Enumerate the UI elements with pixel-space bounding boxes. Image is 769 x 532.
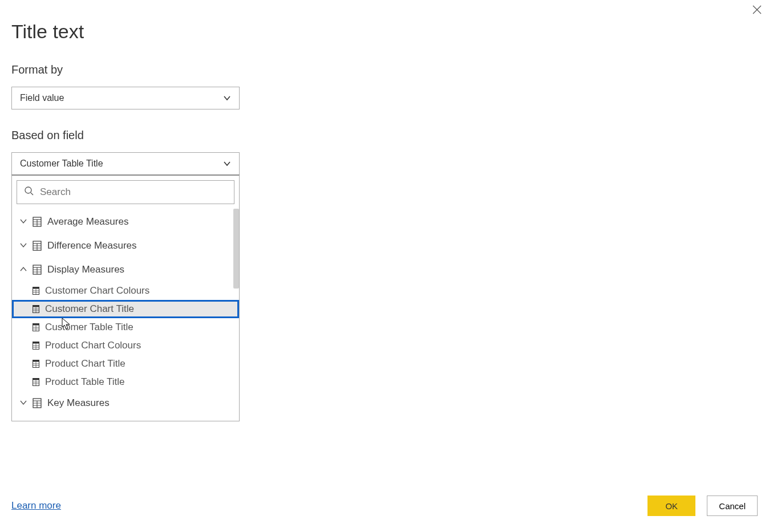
- close-icon: [752, 3, 762, 18]
- field-dropdown-panel: Average Measures Difference Measures Dis…: [11, 174, 240, 421]
- close-button[interactable]: [752, 5, 762, 17]
- scrollbar-thumb[interactable]: [233, 209, 239, 289]
- tree-leaf-label: Customer Chart Colours: [45, 285, 149, 297]
- svg-point-0: [25, 187, 31, 193]
- tree-leaf-product-chart-colours[interactable]: Product Chart Colours: [12, 336, 239, 355]
- search-box[interactable]: [17, 180, 234, 204]
- tree-leaf-product-table-title[interactable]: Product Table Title: [12, 373, 239, 391]
- chevron-down-icon: [20, 241, 27, 251]
- tree-leaf-label: Product Chart Colours: [45, 340, 141, 351]
- tree-group-display-measures[interactable]: Display Measures: [12, 258, 239, 282]
- tree-group-key-measures[interactable]: Key Measures: [12, 391, 239, 415]
- tree-group-label: Key Measures: [47, 397, 110, 409]
- tree-group-label: Difference Measures: [47, 240, 137, 251]
- chevron-down-icon: [20, 217, 27, 227]
- tree-group-difference-measures[interactable]: Difference Measures: [12, 234, 239, 258]
- field-tree: Average Measures Difference Measures Dis…: [12, 209, 239, 421]
- measure-icon: [33, 342, 39, 350]
- table-calc-icon: [33, 398, 42, 408]
- dialog-title: Title text: [11, 21, 758, 43]
- measure-icon: [33, 305, 39, 313]
- tree-leaf-label: Product Chart Title: [45, 358, 126, 369]
- tree-scroll: Average Measures Difference Measures Dis…: [12, 209, 239, 421]
- svg-rect-42: [33, 379, 39, 380]
- search-icon: [24, 186, 34, 198]
- tree-group-average-measures[interactable]: Average Measures: [12, 210, 239, 234]
- table-calc-icon: [33, 265, 42, 275]
- measure-icon: [33, 378, 39, 386]
- dialog-footer: Learn more OK Cancel: [11, 496, 758, 516]
- search-input[interactable]: [40, 186, 227, 198]
- tree-leaf-label: Product Table Title: [45, 376, 125, 388]
- svg-rect-37: [33, 360, 39, 362]
- tree-leaf-customer-chart-colours[interactable]: Customer Chart Colours: [12, 282, 239, 300]
- svg-rect-27: [33, 324, 39, 326]
- cancel-button[interactable]: Cancel: [707, 496, 758, 516]
- tree-leaf-label: Customer Chart Title: [45, 303, 134, 315]
- based-on-field-dropdown[interactable]: Customer Table Title: [11, 152, 240, 175]
- measure-icon: [33, 360, 39, 368]
- chevron-down-icon: [20, 398, 27, 408]
- tree-leaf-product-chart-title[interactable]: Product Chart Title: [12, 355, 239, 373]
- based-on-field-section: Based on field Customer Table Title: [11, 129, 758, 421]
- svg-rect-22: [33, 306, 39, 307]
- based-on-field-label: Based on field: [11, 129, 758, 142]
- table-calc-icon: [33, 241, 42, 251]
- chevron-down-icon: [223, 94, 231, 102]
- tree-group-label: Display Measures: [47, 264, 124, 275]
- tree-leaf-label: Customer Table Title: [45, 322, 133, 333]
- measure-icon: [33, 323, 39, 331]
- format-by-dropdown[interactable]: Field value: [11, 87, 240, 109]
- ok-button[interactable]: OK: [647, 496, 695, 516]
- svg-rect-17: [33, 287, 39, 289]
- svg-rect-32: [33, 342, 39, 344]
- format-by-value: Field value: [20, 93, 223, 103]
- format-by-label: Format by: [11, 63, 758, 76]
- search-wrap: [12, 176, 239, 209]
- footer-buttons: OK Cancel: [647, 496, 758, 516]
- format-by-section: Format by Field value: [11, 63, 758, 109]
- measure-icon: [33, 287, 39, 295]
- table-calc-icon: [33, 217, 42, 227]
- tree-group-label: Average Measures: [47, 216, 128, 228]
- tree-leaf-customer-table-title[interactable]: Customer Table Title: [12, 318, 239, 336]
- based-on-field-value: Customer Table Title: [20, 159, 223, 169]
- learn-more-link[interactable]: Learn more: [11, 500, 61, 511]
- chevron-up-icon: [20, 265, 27, 275]
- chevron-down-icon: [223, 160, 231, 168]
- tree-leaf-customer-chart-title[interactable]: Customer Chart Title: [12, 300, 239, 318]
